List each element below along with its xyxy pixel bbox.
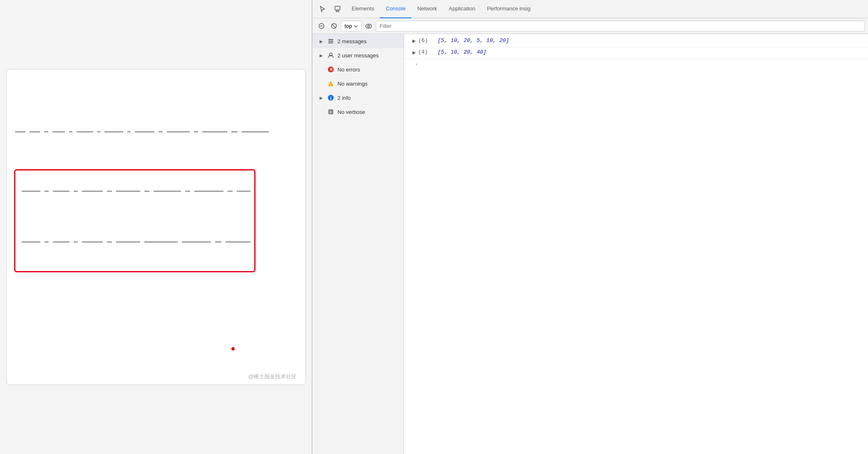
svg-text:!: !: [330, 82, 332, 86]
svg-rect-50: [328, 41, 333, 42]
devtools-body: ▶ 2 messages ▶ 2 user messages ▶: [312, 34, 868, 454]
svg-text:i: i: [330, 96, 331, 101]
verbose-icon: ≡: [327, 109, 334, 115]
devtools-panel: Elements Console Network Application Per…: [312, 0, 868, 454]
nested-entry[interactable]: ›: [404, 59, 868, 69]
all-messages-label: 2 messages: [337, 38, 399, 44]
canvas-area: @稀土掘金技术社区: [6, 69, 306, 385]
error-icon: ✕: [327, 66, 334, 73]
console-toolbar: top: [312, 18, 868, 34]
tab-console[interactable]: Console: [380, 0, 412, 18]
expand-entry-1[interactable]: ▶: [412, 38, 416, 44]
svg-rect-40: [335, 6, 340, 10]
svg-rect-51: [328, 42, 333, 43]
nested-chevron[interactable]: ›: [416, 62, 417, 67]
svg-text:✕: ✕: [329, 67, 333, 72]
console-entry-1[interactable]: ▶ (6) [5, 10, 20, 5, 10, 20]: [404, 36, 868, 47]
sidebar-item-all-messages[interactable]: ▶ 2 messages: [312, 34, 404, 48]
red-rectangle: [14, 169, 255, 272]
expand-arrow-messages[interactable]: ▶: [318, 38, 324, 44]
tab-network[interactable]: Network: [412, 0, 443, 18]
warning-icon: !: [327, 80, 334, 87]
console-entry-2[interactable]: ▶ (4) [5, 10, 20, 40]: [404, 47, 868, 59]
warnings-label: No warnings: [337, 81, 399, 87]
sidebar-item-info[interactable]: ▶ i 2 info: [312, 91, 404, 105]
inner-dashes-bottom: [20, 234, 253, 259]
svg-text:≡: ≡: [330, 110, 332, 114]
clear-console-button[interactable]: [316, 21, 327, 32]
entry-1-content: (6) [5, 10, 20, 5, 10, 20]: [418, 37, 509, 44]
watermark: @稀土掘金技术社区: [248, 373, 297, 380]
tab-application[interactable]: Application: [443, 0, 481, 18]
context-selector[interactable]: top: [341, 21, 362, 32]
svg-point-47: [366, 24, 372, 28]
svg-line-46: [332, 24, 336, 28]
expand-entry-2[interactable]: ▶: [412, 50, 416, 55]
info-icon: i: [327, 94, 334, 101]
expand-arrow-user[interactable]: ▶: [318, 52, 324, 58]
sidebar-item-verbose[interactable]: ▶ ≡ No verbose: [312, 105, 404, 119]
sidebar-item-user-messages[interactable]: ▶ 2 user messages: [312, 48, 404, 62]
verbose-label: No verbose: [337, 109, 399, 115]
entry-2-content: (4) [5, 10, 20, 40]: [418, 49, 486, 55]
entry-1-count: (6): [418, 37, 428, 44]
block-icon[interactable]: [328, 21, 339, 32]
red-dot: [231, 347, 235, 350]
inner-dashes-top: [20, 183, 253, 208]
inspect-icon[interactable]: [316, 2, 329, 16]
sidebar-item-errors[interactable]: ▶ ✕ No errors: [312, 62, 404, 76]
entry-2-value: [5, 10, 20, 40]: [438, 49, 486, 55]
svg-rect-49: [328, 39, 333, 40]
filter-input[interactable]: [376, 21, 865, 32]
sidebar-item-warnings[interactable]: ▶ ! No warnings: [312, 76, 404, 91]
list-icon: [327, 38, 334, 44]
entry-1-value: [5, 10, 20, 5, 10, 20]: [438, 37, 509, 44]
errors-label: No errors: [337, 67, 399, 73]
entry-2-count: (4): [418, 49, 428, 55]
svg-point-48: [368, 25, 370, 27]
devtools-tab-bar: Elements Console Network Application Per…: [312, 0, 868, 18]
expand-arrow-info[interactable]: ▶: [318, 95, 324, 101]
user-icon: [327, 52, 334, 59]
top-dashed-lines: [11, 123, 302, 157]
tab-elements[interactable]: Elements: [346, 0, 380, 18]
chevron-down-icon: [354, 25, 358, 27]
device-icon[interactable]: [331, 2, 344, 16]
info-label: 2 info: [337, 95, 399, 101]
user-messages-label: 2 user messages: [337, 52, 399, 59]
console-sidebar: ▶ 2 messages ▶ 2 user messages ▶: [312, 34, 404, 454]
eye-icon-button[interactable]: [363, 21, 374, 32]
console-output: ▶ (6) [5, 10, 20, 5, 10, 20] ▶ (4) [5, 1…: [404, 34, 868, 454]
browser-viewport: @稀土掘金技术社区: [0, 0, 312, 454]
tab-performance[interactable]: Performance insig: [481, 0, 536, 18]
